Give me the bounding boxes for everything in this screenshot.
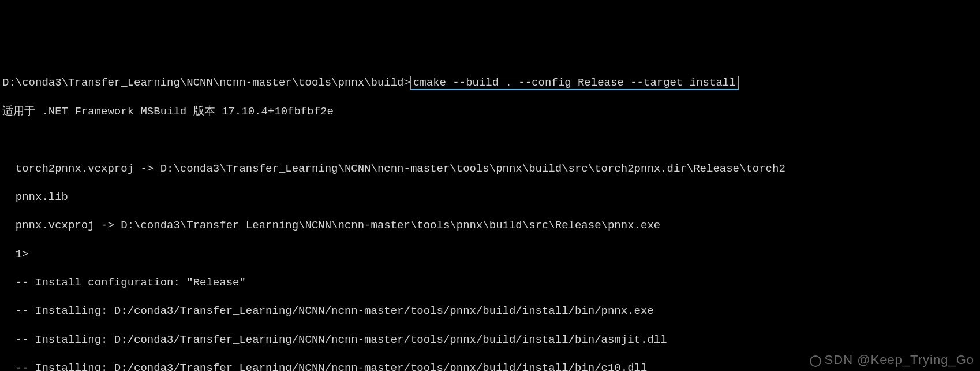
build-output-torch2pnnx-1: torch2pnnx.vcxproj -> D:\conda3\Transfer… bbox=[2, 162, 978, 176]
build-output-torch2pnnx-2: pnnx.lib bbox=[2, 190, 978, 205]
terminal-output[interactable]: D:\conda3\Transfer_Learning\NCNN\ncnn-ma… bbox=[2, 62, 978, 371]
command-prompt-line: D:\conda3\Transfer_Learning\NCNN\ncnn-ma… bbox=[2, 76, 978, 90]
build-output-pnnx: pnnx.vcxproj -> D:\conda3\Transfer_Learn… bbox=[2, 218, 978, 233]
watermark-text: SDN @Keep_Trying_Go bbox=[810, 352, 974, 369]
install-config-line: -- Install configuration: "Release" bbox=[2, 276, 978, 290]
msbuild-version-line: 适用于 .NET Framework MSBuild 版本 17.10.4+10… bbox=[2, 105, 978, 119]
prompt-path: D:\conda3\Transfer_Learning\NCNN\ncnn-ma… bbox=[2, 76, 410, 89]
install-line: -- Installing: D:/conda3/Transfer_Learni… bbox=[2, 304, 978, 318]
watermark-icon bbox=[810, 355, 821, 367]
build-marker: 1> bbox=[2, 247, 978, 262]
install-line: -- Installing: D:/conda3/Transfer_Learni… bbox=[2, 333, 978, 347]
blank-line bbox=[2, 133, 978, 147]
watermark-label: SDN @Keep_Trying_Go bbox=[825, 353, 974, 367]
command-text: cmake --build . --config Release --targe… bbox=[413, 76, 736, 89]
command-highlight-box: cmake --build . --config Release --targe… bbox=[410, 76, 739, 90]
